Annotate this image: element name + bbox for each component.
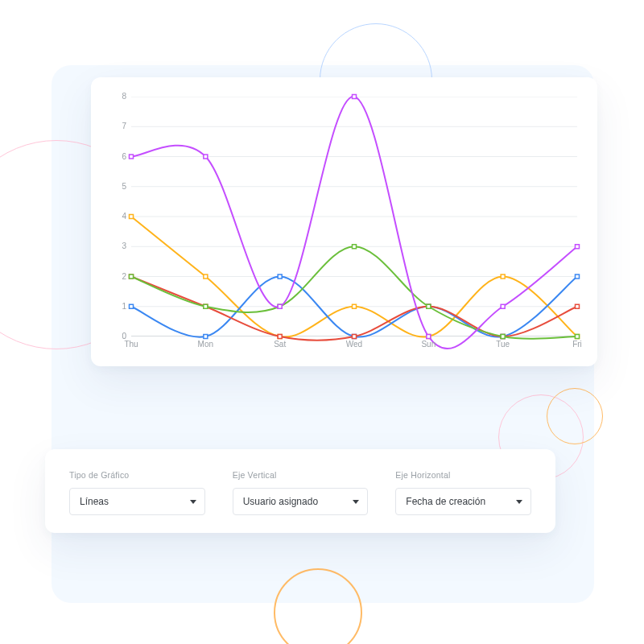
chart-lines [131, 97, 577, 336]
caret-down-icon [516, 500, 522, 504]
select-horizontal-axis[interactable]: Fecha de creación [395, 488, 531, 515]
series-line [131, 97, 577, 349]
data-point [204, 335, 208, 339]
data-point [427, 335, 431, 339]
select-chart-type[interactable]: Líneas [69, 488, 205, 515]
data-point [353, 335, 357, 339]
y-tick-label: 7 [112, 122, 126, 130]
data-point [576, 304, 580, 308]
x-tick-label: Thu [124, 340, 138, 349]
control-label: Tipo de Gráfico [69, 470, 205, 480]
select-value: Usuario asignado [243, 496, 318, 507]
data-point [130, 304, 134, 308]
data-point [501, 304, 505, 308]
y-tick-label: 3 [112, 242, 126, 250]
chart-controls: Tipo de Gráfico Líneas Eje Vertical Usua… [45, 449, 555, 533]
data-point [576, 335, 580, 339]
control-label: Eje Horizontal [395, 470, 531, 480]
data-point [130, 275, 134, 279]
y-tick-label: 1 [112, 302, 126, 311]
select-value: Líneas [80, 496, 109, 507]
data-point [353, 95, 357, 99]
x-axis: ThuMonSatWedSunTueFri [131, 340, 577, 353]
x-tick-label: Sat [274, 340, 286, 349]
series-line [131, 217, 577, 337]
data-point [501, 275, 505, 279]
y-tick-label: 2 [112, 272, 126, 281]
y-tick-label: 8 [112, 92, 126, 101]
data-point [576, 275, 580, 279]
chart-card: 012345678 ThuMonSatWedSunTueFri [91, 77, 597, 366]
x-tick-label: Fri [572, 340, 582, 349]
data-point [204, 304, 208, 308]
control-vertical-axis: Eje Vertical Usuario asignado [233, 470, 369, 515]
select-vertical-axis[interactable]: Usuario asignado [233, 488, 369, 515]
data-point [278, 304, 282, 308]
x-tick-label: Sun [421, 340, 436, 349]
control-horizontal-axis: Eje Horizontal Fecha de creación [395, 470, 531, 515]
data-point [130, 215, 134, 219]
data-point [278, 275, 282, 279]
data-point [576, 245, 580, 249]
y-axis: 012345678 [112, 97, 126, 336]
data-point [204, 155, 208, 159]
x-tick-label: Wed [346, 340, 362, 349]
x-tick-label: Mon [198, 340, 213, 349]
data-point [353, 245, 357, 249]
series-line [131, 246, 577, 339]
line-chart: 012345678 ThuMonSatWedSunTueFri [112, 97, 578, 355]
control-chart-type: Tipo de Gráfico Líneas [69, 470, 205, 515]
x-tick-label: Tue [496, 340, 510, 349]
data-point [278, 335, 282, 339]
y-tick-label: 5 [112, 182, 126, 191]
select-value: Fecha de creación [406, 496, 485, 507]
decorative-ring [547, 388, 603, 444]
data-point [427, 304, 431, 308]
y-tick-label: 4 [112, 212, 126, 221]
caret-down-icon [190, 500, 196, 504]
data-point [130, 155, 134, 159]
control-label: Eje Vertical [233, 470, 369, 480]
data-point [353, 304, 357, 308]
y-tick-label: 6 [112, 152, 126, 161]
data-point [501, 335, 505, 339]
caret-down-icon [353, 500, 359, 504]
data-point [204, 275, 208, 279]
